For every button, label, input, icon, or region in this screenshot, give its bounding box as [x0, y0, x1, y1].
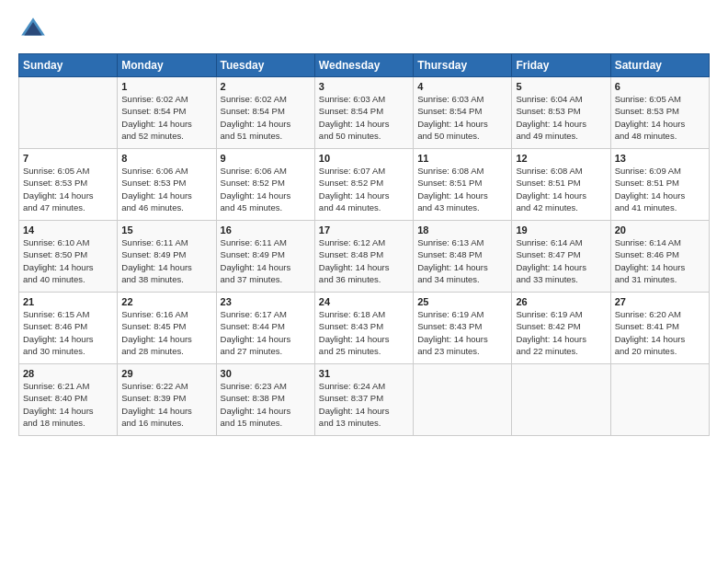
day-number: 8: [121, 153, 211, 164]
calendar-cell: 23Sunrise: 6:17 AM Sunset: 8:44 PM Dayli…: [216, 293, 314, 364]
calendar-cell: 1Sunrise: 6:02 AM Sunset: 8:54 PM Daylig…: [118, 77, 216, 149]
day-number: 19: [516, 224, 606, 236]
calendar-cell: 3Sunrise: 6:03 AM Sunset: 8:54 PM Daylig…: [314, 77, 413, 149]
calendar-cell: 25Sunrise: 6:19 AM Sunset: 8:43 PM Dayli…: [414, 293, 512, 364]
day-info: Sunrise: 6:06 AM Sunset: 8:53 PM Dayligh…: [121, 165, 211, 213]
day-number: 17: [319, 224, 409, 236]
weekday-header-saturday: Saturday: [610, 54, 709, 77]
day-info: Sunrise: 6:05 AM Sunset: 8:53 PM Dayligh…: [23, 165, 113, 213]
day-number: 4: [417, 81, 507, 92]
day-number: 14: [23, 224, 113, 236]
day-number: 20: [615, 224, 705, 236]
day-info: Sunrise: 6:06 AM Sunset: 8:52 PM Dayligh…: [221, 165, 311, 213]
day-number: 27: [615, 296, 705, 307]
day-number: 13: [615, 153, 705, 164]
day-info: Sunrise: 6:16 AM Sunset: 8:45 PM Dayligh…: [121, 308, 211, 357]
day-info: Sunrise: 6:02 AM Sunset: 8:54 PM Dayligh…: [221, 93, 311, 142]
weekday-header-row: SundayMondayTuesdayWednesdayThursdayFrid…: [19, 54, 710, 77]
calendar-cell: 15Sunrise: 6:11 AM Sunset: 8:49 PM Dayli…: [118, 221, 216, 293]
weekday-header-wednesday: Wednesday: [314, 54, 413, 77]
day-info: Sunrise: 6:17 AM Sunset: 8:44 PM Dayligh…: [221, 308, 311, 357]
day-number: 11: [417, 153, 507, 164]
calendar-cell: 28Sunrise: 6:21 AM Sunset: 8:40 PM Dayli…: [19, 364, 118, 436]
calendar-cell: [610, 364, 709, 436]
day-info: Sunrise: 6:21 AM Sunset: 8:40 PM Dayligh…: [23, 380, 113, 429]
logo: [18, 15, 51, 44]
day-number: 24: [319, 296, 409, 307]
day-info: Sunrise: 6:22 AM Sunset: 8:39 PM Dayligh…: [121, 380, 211, 429]
day-number: 1: [121, 81, 211, 92]
calendar-cell: 4Sunrise: 6:03 AM Sunset: 8:54 PM Daylig…: [414, 77, 512, 149]
day-number: 7: [23, 153, 113, 164]
day-info: Sunrise: 6:05 AM Sunset: 8:53 PM Dayligh…: [615, 93, 705, 142]
day-number: 10: [319, 153, 409, 164]
header: [18, 15, 710, 44]
day-info: Sunrise: 6:18 AM Sunset: 8:43 PM Dayligh…: [319, 308, 409, 357]
calendar-week-5: 28Sunrise: 6:21 AM Sunset: 8:40 PM Dayli…: [19, 364, 710, 436]
calendar-cell: [414, 364, 512, 436]
calendar-cell: [19, 77, 118, 149]
day-info: Sunrise: 6:14 AM Sunset: 8:47 PM Dayligh…: [516, 236, 606, 285]
day-number: 3: [319, 81, 409, 92]
calendar-cell: 19Sunrise: 6:14 AM Sunset: 8:47 PM Dayli…: [512, 221, 610, 293]
calendar-cell: 18Sunrise: 6:13 AM Sunset: 8:48 PM Dayli…: [414, 221, 512, 293]
calendar-cell: 29Sunrise: 6:22 AM Sunset: 8:39 PM Dayli…: [118, 364, 216, 436]
day-number: 5: [516, 81, 606, 92]
day-number: 23: [221, 296, 311, 307]
day-number: 26: [516, 296, 606, 307]
calendar-week-1: 1Sunrise: 6:02 AM Sunset: 8:54 PM Daylig…: [19, 77, 710, 149]
calendar-cell: 5Sunrise: 6:04 AM Sunset: 8:53 PM Daylig…: [512, 77, 610, 149]
day-number: 21: [23, 296, 113, 307]
logo-icon: [18, 15, 48, 44]
day-info: Sunrise: 6:11 AM Sunset: 8:49 PM Dayligh…: [221, 236, 311, 285]
calendar-cell: 9Sunrise: 6:06 AM Sunset: 8:52 PM Daylig…: [216, 149, 314, 221]
day-info: Sunrise: 6:14 AM Sunset: 8:46 PM Dayligh…: [615, 236, 705, 285]
day-number: 28: [23, 368, 113, 379]
day-info: Sunrise: 6:24 AM Sunset: 8:37 PM Dayligh…: [319, 380, 409, 429]
calendar-cell: 31Sunrise: 6:24 AM Sunset: 8:37 PM Dayli…: [314, 364, 413, 436]
day-number: 31: [319, 368, 409, 379]
day-number: 15: [121, 224, 211, 236]
day-number: 29: [121, 368, 211, 379]
calendar-cell: 7Sunrise: 6:05 AM Sunset: 8:53 PM Daylig…: [19, 149, 118, 221]
calendar-cell: 16Sunrise: 6:11 AM Sunset: 8:49 PM Dayli…: [216, 221, 314, 293]
calendar-cell: 14Sunrise: 6:10 AM Sunset: 8:50 PM Dayli…: [19, 221, 118, 293]
calendar-cell: 2Sunrise: 6:02 AM Sunset: 8:54 PM Daylig…: [216, 77, 314, 149]
calendar-cell: 13Sunrise: 6:09 AM Sunset: 8:51 PM Dayli…: [610, 149, 709, 221]
weekday-header-sunday: Sunday: [19, 54, 118, 77]
day-info: Sunrise: 6:04 AM Sunset: 8:53 PM Dayligh…: [516, 93, 606, 142]
calendar-cell: 10Sunrise: 6:07 AM Sunset: 8:52 PM Dayli…: [314, 149, 413, 221]
day-info: Sunrise: 6:10 AM Sunset: 8:50 PM Dayligh…: [23, 236, 113, 285]
day-number: 30: [221, 368, 311, 379]
day-number: 9: [221, 153, 311, 164]
weekday-header-tuesday: Tuesday: [216, 54, 314, 77]
calendar-cell: 22Sunrise: 6:16 AM Sunset: 8:45 PM Dayli…: [118, 293, 216, 364]
day-info: Sunrise: 6:11 AM Sunset: 8:49 PM Dayligh…: [121, 236, 211, 285]
day-number: 12: [516, 153, 606, 164]
calendar-cell: [512, 364, 610, 436]
calendar-cell: 24Sunrise: 6:18 AM Sunset: 8:43 PM Dayli…: [314, 293, 413, 364]
calendar-table: SundayMondayTuesdayWednesdayThursdayFrid…: [18, 53, 710, 436]
day-number: 16: [221, 224, 311, 236]
calendar-cell: 27Sunrise: 6:20 AM Sunset: 8:41 PM Dayli…: [610, 293, 709, 364]
day-info: Sunrise: 6:08 AM Sunset: 8:51 PM Dayligh…: [516, 165, 606, 213]
day-info: Sunrise: 6:08 AM Sunset: 8:51 PM Dayligh…: [417, 165, 507, 213]
day-number: 22: [121, 296, 211, 307]
day-info: Sunrise: 6:07 AM Sunset: 8:52 PM Dayligh…: [319, 165, 409, 213]
day-info: Sunrise: 6:19 AM Sunset: 8:43 PM Dayligh…: [417, 308, 507, 357]
day-number: 18: [417, 224, 507, 236]
weekday-header-thursday: Thursday: [414, 54, 512, 77]
calendar-cell: 8Sunrise: 6:06 AM Sunset: 8:53 PM Daylig…: [118, 149, 216, 221]
calendar-cell: 30Sunrise: 6:23 AM Sunset: 8:38 PM Dayli…: [216, 364, 314, 436]
calendar-week-2: 7Sunrise: 6:05 AM Sunset: 8:53 PM Daylig…: [19, 149, 710, 221]
day-info: Sunrise: 6:13 AM Sunset: 8:48 PM Dayligh…: [417, 236, 507, 285]
day-info: Sunrise: 6:23 AM Sunset: 8:38 PM Dayligh…: [221, 380, 311, 429]
calendar-week-4: 21Sunrise: 6:15 AM Sunset: 8:46 PM Dayli…: [19, 293, 710, 364]
calendar-cell: 6Sunrise: 6:05 AM Sunset: 8:53 PM Daylig…: [610, 77, 709, 149]
calendar-cell: 17Sunrise: 6:12 AM Sunset: 8:48 PM Dayli…: [314, 221, 413, 293]
day-number: 6: [615, 81, 705, 92]
day-info: Sunrise: 6:02 AM Sunset: 8:54 PM Dayligh…: [121, 93, 211, 142]
weekday-header-monday: Monday: [118, 54, 216, 77]
day-info: Sunrise: 6:15 AM Sunset: 8:46 PM Dayligh…: [23, 308, 113, 357]
calendar-week-3: 14Sunrise: 6:10 AM Sunset: 8:50 PM Dayli…: [19, 221, 710, 293]
